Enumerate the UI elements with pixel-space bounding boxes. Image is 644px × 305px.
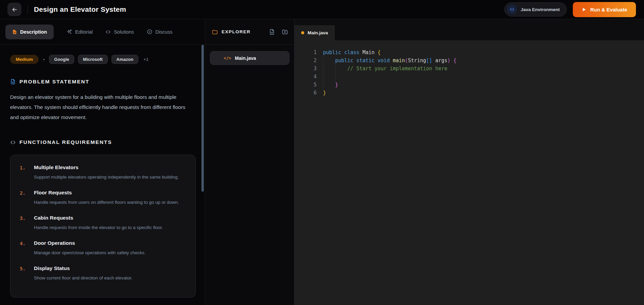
indent-guide	[335, 65, 335, 81]
file-name: Main.java	[235, 55, 256, 61]
editor-tab-label: Main.java	[308, 30, 328, 35]
explorer-heading: EXPLORER	[222, 29, 250, 34]
requirements-card: 1.Multiple ElevatorsSupport multiple ele…	[10, 155, 196, 298]
requirement-title: Multiple Elevators	[34, 164, 179, 170]
code-line: 2 public static void main(String[] args)…	[294, 56, 644, 65]
file-item-main-java[interactable]: </>Main.java	[210, 51, 289, 65]
line-content: // Start your implementation here	[317, 65, 447, 73]
code-line: 3 // Start your implementation here	[294, 65, 644, 73]
heading-label: PROBLEM STATEMENT	[19, 79, 89, 85]
problem-panel: Description Editorial Solutions	[0, 19, 205, 305]
requirement-title: Floor Requests	[34, 190, 179, 196]
code-brackets-icon	[105, 29, 111, 35]
company-badges: GoogleMicrosoftAmazon	[49, 55, 138, 64]
environment-badge[interactable]: Java Environment	[504, 2, 567, 16]
new-file-button[interactable]	[269, 29, 275, 35]
problem-statement-text: Design an elevator system for a building…	[10, 92, 192, 122]
code-editor[interactable]: 1public class Main {2 public static void…	[294, 40, 644, 305]
code-brackets-icon	[10, 140, 16, 145]
requirement-description: Handle requests from users on different …	[34, 198, 179, 206]
code-line: 4	[294, 73, 644, 81]
run-evaluate-button[interactable]: Run & Evaluate	[573, 2, 636, 17]
unsaved-dot-icon	[301, 31, 304, 34]
requirement-item: 5.Display StatusShow current floor and d…	[20, 265, 186, 282]
code-brackets-icon	[507, 4, 517, 14]
requirement-title: Cabin Requests	[34, 215, 163, 221]
code-line: 1public class Main {	[294, 48, 644, 56]
line-content	[317, 73, 326, 81]
tab-editorial[interactable]: Editorial	[66, 29, 93, 35]
arrow-left-icon	[11, 6, 18, 13]
panel-scrollbar[interactable]	[201, 45, 204, 192]
company-badge: Google	[49, 55, 74, 64]
requirement-item: 3.Cabin RequestsHandle requests from ins…	[20, 215, 186, 232]
back-button[interactable]	[7, 3, 21, 16]
document-icon	[10, 79, 16, 85]
main-layout: Description Editorial Solutions	[0, 19, 644, 305]
check-circle-icon	[147, 29, 152, 35]
folder-icon	[212, 29, 218, 35]
heading-label: FUNCTIONAL REQUIREMENTS	[19, 139, 112, 145]
sparkles-icon	[66, 29, 72, 35]
app-root: Design an Elevator System Java Environme…	[0, 0, 644, 305]
line-number: 3	[294, 65, 317, 73]
meta-separator: •	[43, 56, 45, 62]
editor-tab-main-java[interactable]: Main.java	[294, 25, 335, 40]
new-folder-button[interactable]	[282, 29, 288, 35]
requirement-number: 2.	[20, 190, 34, 206]
code-line: 5 }	[294, 81, 644, 89]
requirement-number: 4.	[20, 240, 34, 257]
tab-description[interactable]: Description	[5, 25, 54, 39]
line-content: }	[317, 89, 326, 97]
difficulty-badge: Medium	[10, 55, 39, 64]
code-editor-panel: Main.java 1public class Main {2 public s…	[294, 19, 644, 305]
file-explorer: EXPLORER </>Main.java	[205, 19, 294, 305]
document-icon	[12, 29, 17, 35]
requirement-title: Door Operations	[34, 240, 145, 246]
explorer-header: EXPLORER	[205, 19, 294, 45]
line-content: }	[317, 81, 338, 89]
requirement-description: Support multiple elevators operating ind…	[34, 173, 179, 181]
company-badge: Amazon	[111, 55, 139, 64]
run-evaluate-label: Run & Evaluate	[590, 7, 627, 12]
code-file-icon: </>	[224, 55, 231, 61]
line-number: 6	[294, 89, 317, 97]
requirement-item: 4.Door OperationsManage door open/close …	[20, 240, 186, 257]
requirement-item: 2.Floor RequestsHandle requests from use…	[20, 190, 186, 206]
line-content: public static void main(String[] args) {	[317, 56, 456, 65]
page-title: Design an Elevator System	[34, 5, 126, 13]
requirement-item: 1.Multiple ElevatorsSupport multiple ele…	[20, 164, 186, 181]
requirement-number: 5.	[20, 265, 34, 282]
environment-label: Java Environment	[521, 7, 560, 12]
tab-label: Description	[20, 29, 47, 35]
file-plus-icon	[269, 29, 275, 35]
company-badge: Microsoft	[78, 55, 108, 64]
line-number: 5	[294, 81, 317, 89]
line-number: 1	[294, 48, 317, 56]
file-list: </>Main.java	[205, 45, 294, 71]
header-divider	[28, 5, 28, 14]
more-companies-label[interactable]: +1	[143, 57, 148, 62]
problem-statement-heading: PROBLEM STATEMENT	[10, 79, 192, 85]
app-header: Design an Elevator System Java Environme…	[0, 0, 644, 19]
tab-solutions[interactable]: Solutions	[105, 29, 134, 35]
requirement-description: Handle requests from inside the elevator…	[34, 224, 163, 232]
line-number: 4	[294, 73, 317, 81]
functional-requirements-heading: FUNCTIONAL REQUIREMENTS	[10, 139, 192, 145]
play-icon	[582, 7, 587, 12]
tab-label: Editorial	[75, 29, 93, 35]
requirement-number: 3.	[20, 215, 34, 232]
tab-discuss[interactable]: Discuss	[147, 29, 173, 35]
requirement-title: Display Status	[34, 265, 132, 271]
line-content: public class Main {	[317, 48, 381, 56]
indent-guide	[323, 56, 323, 89]
problem-tabs: Description Editorial Solutions	[0, 19, 205, 45]
editor-tabbar: Main.java	[294, 19, 644, 40]
requirement-description: Manage door open/close operations with s…	[34, 249, 145, 257]
problem-meta: Medium • GoogleMicrosoftAmazon +1	[10, 55, 192, 64]
line-number: 2	[294, 56, 317, 65]
problem-content: Medium • GoogleMicrosoftAmazon +1 PROBLE…	[0, 45, 205, 298]
requirement-description: Show current floor and direction of each…	[34, 274, 132, 282]
requirement-number: 1.	[20, 164, 34, 181]
tab-label: Solutions	[114, 29, 134, 35]
